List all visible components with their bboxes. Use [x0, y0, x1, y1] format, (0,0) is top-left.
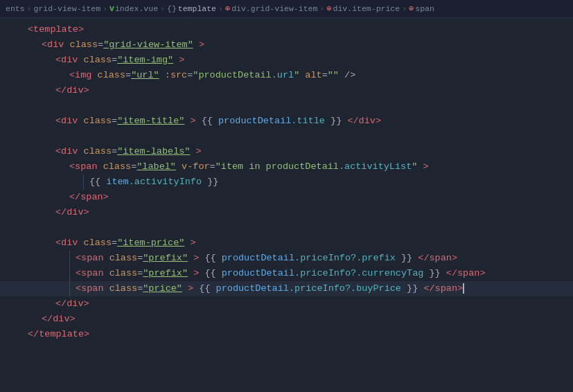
indent-guide-vertical3 [69, 266, 70, 281]
code-line-2: <div class="grid-view-item" > [0, 37, 573, 53]
code-content: <span class="prefix" > {{ productDetail.… [76, 251, 457, 266]
breadcrumb-sep6: › [402, 4, 407, 13]
code-line-7: <div class="item-title" > {{ productDeta… [0, 114, 573, 129]
code-line-12: </span> [0, 190, 573, 205]
code-line-19: </div> [0, 296, 573, 312]
breadcrumb-grid-view-item[interactable]: grid-view-item [34, 4, 101, 13]
breadcrumb-div-item-price[interactable]: div.item-price [333, 4, 400, 13]
code-line-20: </div> [0, 312, 573, 327]
code-line-4: <img class="url" :src="productDetail.url… [0, 68, 573, 83]
code-content: <span class="prefix" > {{ productDetail.… [76, 266, 486, 281]
breadcrumb-sep5: › [319, 4, 324, 13]
code-line-15: <div class="item-price" > [0, 235, 573, 251]
code-line-3: <div class="item-img" > [0, 53, 573, 68]
breadcrumb-bar: ents › grid-view-item › V index.vue › {}… [0, 0, 573, 18]
code-content: </span> [22, 190, 109, 205]
code-content: </div> [22, 312, 76, 327]
breadcrumb-ents: ents [6, 4, 25, 13]
code-line-21: </template> [0, 327, 573, 342]
code-content: <img class="url" :src="productDetail.url… [22, 68, 355, 83]
code-content: <span class="price" > {{ productDetail.p… [76, 281, 464, 296]
breadcrumb-template-label: template [178, 4, 216, 13]
indent-guide-vertical4 [69, 281, 70, 296]
breadcrumb-sep3: › [160, 4, 165, 13]
editor-container: ents › grid-view-item › V index.vue › {}… [0, 0, 573, 392]
code-line-14 [0, 220, 573, 235]
breadcrumb-sep4: › [218, 4, 223, 13]
breadcrumb-comp-icon2: ⊕ [326, 3, 331, 14]
code-line-11: {{ item.activityInfo }} [0, 175, 573, 190]
code-content: </div> [22, 296, 89, 312]
breadcrumb-sep1: › [27, 4, 32, 13]
breadcrumb-curly-icon: {} [167, 4, 177, 13]
code-editor[interactable]: <template> <div class="grid-view-item" >… [0, 18, 573, 392]
code-line-1: <template> [0, 22, 573, 37]
code-line-17: <span class="prefix" > {{ productDetail.… [0, 266, 573, 281]
indent-guide-vertical [83, 175, 84, 190]
breadcrumb-vue-arrow-icon: V [109, 4, 114, 13]
indent-guide-vertical2 [69, 251, 70, 266]
code-content: <template> [22, 22, 84, 37]
code-content: <div class="item-img" > [22, 53, 184, 68]
code-line-10: <span class="label" v-for="item in produ… [0, 159, 573, 175]
code-content: </div> [22, 205, 89, 220]
code-line-8 [0, 129, 573, 144]
code-content: <span class="label" v-for="item in produ… [22, 159, 429, 175]
code-line-13: </div> [0, 205, 573, 220]
code-content: </template> [22, 327, 89, 342]
code-line-18: <span class="price" > {{ productDetail.p… [0, 281, 573, 296]
code-line-6 [0, 98, 573, 114]
code-line-5: </div> [0, 83, 573, 98]
code-line-9: <div class="item-labels" > [0, 144, 573, 159]
code-content: </div> [22, 83, 89, 98]
breadcrumb-span-label[interactable]: span [415, 4, 434, 13]
code-line-16: <span class="prefix" > {{ productDetail.… [0, 251, 573, 266]
code-content: {{ item.activityInfo }} [89, 175, 218, 190]
code-content: <div class="item-price" > [22, 235, 196, 251]
code-content: <div class="item-title" > {{ productDeta… [22, 114, 381, 129]
breadcrumb-comp-icon3: ⊕ [409, 3, 414, 14]
breadcrumb-comp-icon1: ⊕ [225, 3, 230, 14]
breadcrumb-sep2: › [103, 4, 107, 13]
code-content: <div class="grid-view-item" > [22, 37, 204, 53]
breadcrumb-div-grid-view-item[interactable]: div.grid-view-item [231, 4, 317, 13]
breadcrumb-index-vue[interactable]: index.vue [115, 4, 158, 13]
code-content: <div class="item-labels" > [22, 144, 202, 159]
